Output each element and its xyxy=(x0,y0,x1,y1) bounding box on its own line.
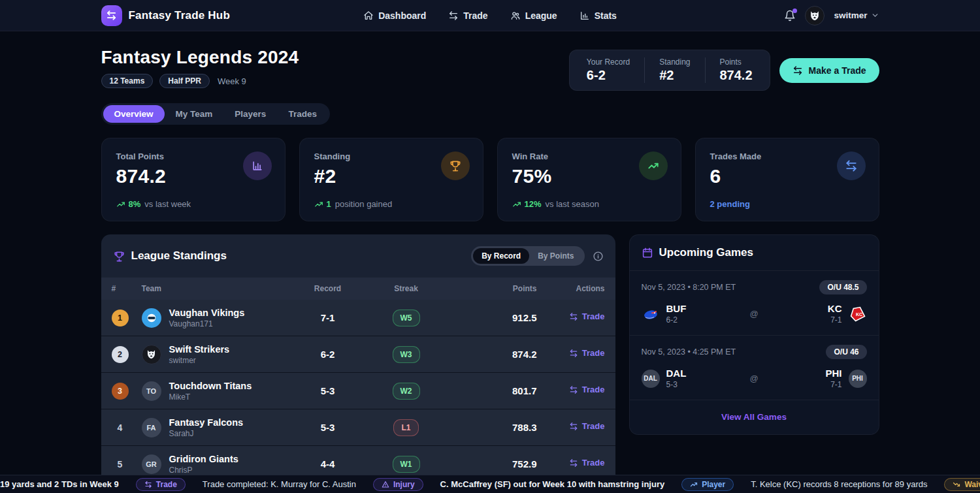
swap-icon xyxy=(837,151,866,180)
notifications-bell-icon[interactable] xyxy=(784,10,796,22)
at-symbol: @ xyxy=(744,374,763,383)
standings-row-fantasy-falcons[interactable]: 4 FA Fantasy Falcons SarahJ 5-3 L1 788.3… xyxy=(101,409,615,446)
view-all-games-link[interactable]: View All Games xyxy=(721,412,787,422)
summary-points: Points 874.2 xyxy=(705,57,767,83)
eagles-logo: PHI xyxy=(849,370,867,388)
team-owner: MikeT xyxy=(169,392,252,402)
ticker-item: Trade completed: K. Murray for C. Austin xyxy=(203,479,356,489)
points-value: 788.3 xyxy=(512,422,537,433)
team-avatar: TO xyxy=(142,381,161,401)
team-name: Swift Strikers xyxy=(169,344,230,355)
record-value: 6-2 xyxy=(321,349,335,360)
app-logo-icon[interactable] xyxy=(101,5,122,26)
away-team-abbr: BUF xyxy=(666,303,687,314)
league-standings-panel: League Standings By Record By Points # T… xyxy=(101,234,615,483)
news-ticker[interactable]: 19 yards and 2 TDs in Week 9 Trade Trade… xyxy=(0,475,980,493)
tab-players[interactable]: Players xyxy=(223,105,277,123)
page-header: Fantasy Legends 2024 12 Teams Half PPR W… xyxy=(101,31,879,91)
user-menu[interactable]: switmer xyxy=(834,10,879,20)
tab-trades[interactable]: Trades xyxy=(277,105,328,123)
bills-logo-icon xyxy=(642,305,660,323)
team-avatar: FA xyxy=(142,418,161,437)
team-owner: SarahJ xyxy=(169,429,244,438)
standings-title: League Standings xyxy=(131,249,227,262)
rank-badge: 5 xyxy=(112,456,129,473)
team-avatar xyxy=(142,308,161,328)
nav-item-dashboard[interactable]: Dashboard xyxy=(363,10,426,21)
at-symbol: @ xyxy=(744,309,763,319)
swap-icon xyxy=(144,481,152,488)
nav-item-stats[interactable]: Stats xyxy=(580,10,617,21)
cowboys-logo: DAL xyxy=(642,370,660,388)
standings-title-row: League Standings xyxy=(113,249,227,262)
standings-row-vaughan-vikings[interactable]: 1 Vaughan Vikings Vaughan171 7-1 W5 912.… xyxy=(101,300,615,336)
notification-dot xyxy=(792,8,797,13)
stat-card-win-rate: Win Rate 75% 12% vs last season xyxy=(497,138,681,221)
tab-my-team[interactable]: My Team xyxy=(165,105,224,123)
standings-row-swift-strikers[interactable]: 2 Swift Strikers switmer 6-2 W3 874.2 Tr… xyxy=(101,336,615,373)
calendar-icon xyxy=(642,247,653,259)
trending-up-icon: 8% xyxy=(116,199,141,209)
user-avatar[interactable] xyxy=(805,6,825,25)
trending-up-icon xyxy=(639,151,668,180)
summary-standing: Standing #2 xyxy=(644,57,704,83)
pending-trades-note[interactable]: 2 pending xyxy=(710,199,750,209)
home-icon xyxy=(363,10,374,21)
trade-badge: Trade xyxy=(136,478,186,491)
ticker-item: C. McCaffrey (SF) out for Week 10 with h… xyxy=(440,479,665,489)
record-summary-card: Your Record 6-2 Standing #2 Points 874.2 xyxy=(569,50,770,91)
trade-action-link[interactable]: Trade xyxy=(569,348,605,358)
home-team-abbr: PHI xyxy=(825,368,841,379)
rank-badge: 3 xyxy=(112,383,129,400)
nav-item-trade[interactable]: Trade xyxy=(448,10,487,21)
team-owner: switmer xyxy=(169,356,230,365)
stat-card-standing: Standing #2 1 position gained xyxy=(299,138,483,221)
trade-action-link[interactable]: Trade xyxy=(569,421,605,431)
trade-action-link[interactable]: Trade xyxy=(569,385,605,394)
game-datetime: Nov 5, 2023 • 4:25 PM ET xyxy=(642,347,736,357)
points-value: 912.5 xyxy=(512,312,537,323)
over-under-badge: O/U 46 xyxy=(826,345,866,359)
brand: Fantasy Trade Hub xyxy=(101,5,364,26)
trade-action-link[interactable]: Trade xyxy=(569,311,605,321)
brand-name: Fantasy Trade Hub xyxy=(129,9,231,22)
toggle-by-record[interactable]: By Record xyxy=(473,248,529,264)
team-name: Fantasy Falcons xyxy=(169,417,244,428)
team-owner: Vaughan171 xyxy=(169,319,245,328)
nav-item-league[interactable]: League xyxy=(510,10,557,21)
svg-text:KC: KC xyxy=(856,312,862,317)
rank-badge: 4 xyxy=(112,419,129,436)
make-a-trade-button[interactable]: Make a Trade xyxy=(779,58,879,83)
toggle-by-points[interactable]: By Points xyxy=(529,248,582,264)
nav-item-label: Dashboard xyxy=(378,10,426,21)
trade-action-link[interactable]: Trade xyxy=(569,458,605,468)
home-team-abbr: KC xyxy=(828,303,842,314)
game-buf-kc[interactable]: Nov 5, 2023 • 8:20 PM ET O/U 48.5 BUF 6-… xyxy=(630,271,879,335)
nav-item-label: Stats xyxy=(595,10,617,21)
trophy-icon xyxy=(441,151,470,180)
league-meta: 12 Teams Half PPR Week 9 xyxy=(101,74,299,88)
nav-item-label: League xyxy=(525,10,557,21)
tab-overview[interactable]: Overview xyxy=(103,105,165,123)
trending-up-icon: 1 xyxy=(314,199,331,209)
upcoming-games-panel: Upcoming Games Nov 5, 2023 • 8:20 PM ET … xyxy=(629,234,879,435)
game-dal-phi[interactable]: Nov 5, 2023 • 4:25 PM ET O/U 46 DAL DAL … xyxy=(630,335,879,400)
standings-row-touchdown-titans[interactable]: 3 TO Touchdown Titans MikeT 5-3 W2 801.7… xyxy=(101,373,615,409)
over-under-badge: O/U 48.5 xyxy=(819,280,866,294)
streak-badge: L1 xyxy=(393,419,418,436)
nav-item-label: Trade xyxy=(463,10,487,21)
chevron-down-icon xyxy=(871,11,879,20)
swap-icon xyxy=(448,10,459,21)
team-owner: ChrisP xyxy=(169,466,238,475)
summary-record: Your Record 6-2 xyxy=(572,57,644,83)
record-value: 4-4 xyxy=(321,458,335,469)
team-name: Vaughan Vikings xyxy=(169,308,245,318)
rank-badge: 2 xyxy=(112,346,129,363)
week-label: Week 9 xyxy=(218,76,246,86)
page-title: Fantasy Legends 2024 xyxy=(101,47,299,68)
info-icon[interactable] xyxy=(593,251,604,262)
record-value: 5-3 xyxy=(321,422,335,433)
users-icon xyxy=(510,10,521,21)
away-team-record: 5-3 xyxy=(666,380,687,389)
player-badge: Player xyxy=(681,478,734,491)
